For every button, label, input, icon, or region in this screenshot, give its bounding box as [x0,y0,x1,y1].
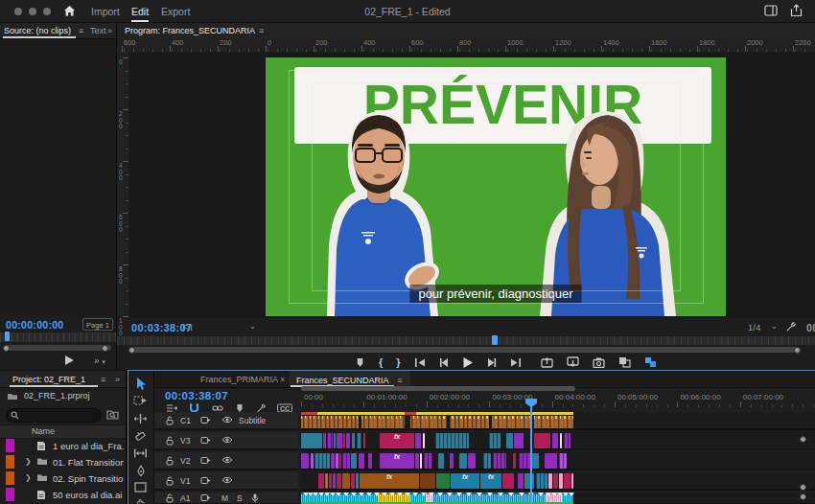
item-label-swatch[interactable] [6,471,14,485]
play-button[interactable] [462,356,474,369]
program-zoom-handle-right[interactable] [794,347,801,354]
timeline-clip[interactable] [506,433,513,448]
program-zoom-handle-left[interactable] [128,347,135,354]
project-item-label[interactable]: 02. Spin Transition [53,473,124,484]
project-search-field[interactable] [6,408,102,423]
timeline-clip[interactable] [548,473,552,489]
project-item-label[interactable]: 01. Flat Transition [53,457,124,468]
track-voiceover-mic-icon[interactable] [251,493,259,503]
timeline-clip[interactable] [552,433,558,448]
project-item-row[interactable]: 50 euros al dia.ai [0,487,126,502]
timeline-playhead-line[interactable] [530,406,532,504]
track-id-label[interactable]: A1 [180,493,190,503]
source-transport-overflow-chevron[interactable]: » ▾ [94,355,105,366]
track-sync-lock-icon[interactable] [200,416,211,424]
ripple-edit-tool[interactable] [134,413,147,424]
timeline-clip[interactable] [356,473,359,489]
comparison-view-icon[interactable] [618,356,631,368]
resolution-chevron-icon[interactable]: ⌄ [771,322,778,331]
caption-clips-strip[interactable] [301,416,573,428]
timeline-clip[interactable] [301,453,309,469]
program-h-ruler[interactable]: 6004002000200400600800100012001400160018… [117,38,815,53]
timeline-clip[interactable] [331,453,335,469]
track-id-label[interactable]: V1 [180,476,190,486]
item-expand-chevron[interactable]: ❯ [25,473,32,482]
project-breadcrumb[interactable]: 02_FRE_1.prproj [24,391,90,401]
name-column-header[interactable]: Name [32,426,55,436]
track-sync-lock-icon[interactable] [200,476,211,485]
timeline-clip[interactable] [564,433,570,448]
timeline-clip[interactable] [325,473,328,489]
track-sync-lock-icon[interactable] [200,456,211,465]
timeline-clip[interactable] [420,453,422,469]
timeline-clip[interactable] [311,453,314,469]
timeline-clip[interactable] [352,433,355,448]
timeline-clip[interactable] [489,433,501,448]
timeline-clip[interactable] [336,453,338,469]
timeline-clip[interactable] [333,473,336,489]
add-marker-icon[interactable] [355,357,365,368]
mark-out-icon[interactable]: } [396,356,400,368]
item-expand-chevron[interactable]: ❯ [25,457,32,466]
search-bin-icon[interactable] [106,408,119,420]
pen-tool[interactable] [135,465,147,477]
timeline-clip[interactable] [435,433,469,448]
track-lock-icon[interactable] [166,476,174,486]
timeline-clip[interactable] [339,453,341,469]
item-label-swatch[interactable] [6,488,14,501]
source-scrub-bar[interactable] [0,332,116,342]
timeline-clip[interactable] [493,453,506,469]
track-mute-button[interactable]: M [221,493,228,503]
timeline-clip[interactable] [368,453,372,469]
item-label-swatch[interactable] [6,439,14,452]
project-item-row[interactable]: ❯01. Flat Transition [0,454,126,470]
go-to-out-icon[interactable] [510,357,522,368]
project-item-row[interactable]: 1 euro al dia_Fra.. [0,438,126,453]
hand-tool[interactable] [134,498,147,504]
playback-resolution-dropdown[interactable]: 1/4 [748,322,760,332]
timeline-clip[interactable] [553,473,558,489]
rectangle-tool[interactable] [134,482,147,493]
timeline-clip[interactable] [342,473,350,489]
timeline-clip[interactable] [415,453,419,469]
track-id-label[interactable]: V2 [180,456,190,466]
timeline-clip[interactable] [459,453,467,469]
selection-tool[interactable] [134,377,148,391]
timeline-clip[interactable] [423,433,425,448]
project-item-label[interactable]: 1 euro al dia_Fra.. [53,441,124,451]
project-item-row[interactable]: ❯02. Spin Transition [0,470,126,486]
source-playhead[interactable] [5,332,10,341]
extract-icon[interactable] [567,356,579,368]
timeline-clip[interactable]: fx [380,433,414,448]
timeline-clip[interactable]: fx [360,473,419,489]
track-select-forward-tool[interactable] [133,395,148,406]
timeline-clip[interactable]: fx [380,453,414,469]
go-to-in-icon[interactable] [414,357,426,368]
track-toggle-output-icon[interactable] [221,476,233,484]
timeline-clip[interactable] [536,473,547,489]
timeline-clip[interactable] [468,453,476,469]
source-timecode[interactable]: 00:00:00:00 [6,319,64,331]
timeline-clip[interactable] [564,473,570,489]
mark-in-icon[interactable]: { [379,356,383,368]
timeline-clip[interactable] [559,473,563,489]
slip-tool[interactable] [133,447,148,459]
project-overflow-chevron[interactable]: » [115,375,120,384]
timeline-clip[interactable] [343,433,345,448]
fit-dropdown[interactable]: Fit [182,322,193,332]
track-sync-lock-icon[interactable] [200,436,211,445]
timeline-vscroll-handle-top[interactable] [800,436,806,443]
step-back-icon[interactable] [439,357,449,368]
timeline-clip[interactable] [532,453,539,469]
fit-dropdown-chevron-icon[interactable]: ⌄ [249,322,256,331]
lift-icon[interactable] [541,356,553,368]
tab-project[interactable]: Project: 02_FRE_1 [12,375,85,384]
item-label-swatch[interactable] [6,455,14,469]
timeline-clip[interactable] [346,433,350,448]
timeline-clip[interactable] [436,473,450,489]
timeline-clip[interactable] [534,433,550,448]
program-panel-menu-icon[interactable]: ≡ [259,26,264,35]
timeline-clip[interactable] [560,433,562,448]
timeline-clip[interactable] [559,453,567,469]
timeline-clip[interactable] [450,453,454,469]
